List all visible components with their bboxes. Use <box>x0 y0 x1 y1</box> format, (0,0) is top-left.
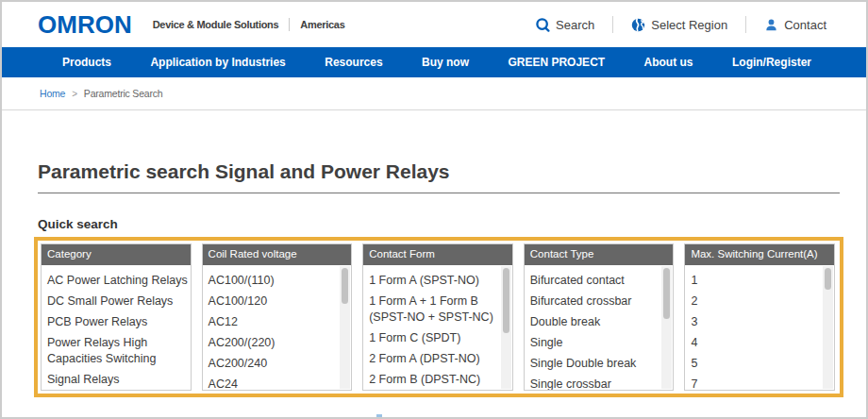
filter-option[interactable]: AC24 <box>209 374 342 390</box>
below-fold-element-peek <box>376 414 382 417</box>
filter-column-header: Max. Switching Current(A) <box>685 244 834 265</box>
scrollbar-thumb[interactable] <box>825 268 831 290</box>
filter-option[interactable]: 1 Form C (SPDT) <box>369 327 502 348</box>
filter-column-header: Category <box>42 244 191 265</box>
nav-item-resources[interactable]: Resources <box>325 56 382 69</box>
top-header: OMRON Device & Module Solutions Americas… <box>2 2 866 47</box>
filter-option[interactable]: Power Relays High Capacities Switching <box>47 332 190 369</box>
filter-option[interactable]: AC100/(110) <box>209 270 342 291</box>
breadcrumb-current: Parametric Search <box>84 88 163 99</box>
globe-icon <box>631 18 645 32</box>
select-region-button[interactable]: Select Region <box>631 18 727 32</box>
filter-option[interactable]: AC100/120 <box>209 291 342 311</box>
filter-option[interactable]: Signal Relays <box>47 369 190 390</box>
page-title: Parametric search Signal and Power Relay… <box>38 160 840 193</box>
main-content: Parametric search Signal and Power Relay… <box>2 160 866 397</box>
filter-option[interactable]: AC Power Latching Relays <box>47 270 190 291</box>
nav-item-buy-now[interactable]: Buy now <box>422 56 469 69</box>
filter-option[interactable]: Double break <box>530 311 663 332</box>
search-icon <box>536 18 550 32</box>
nav-item-products[interactable]: Products <box>62 56 111 69</box>
filter-option[interactable]: DC Small Power Relays <box>47 291 190 311</box>
filter-column-coil-rated-voltage: Coil Rated voltageAC100/(110)AC100/120AC… <box>202 243 353 391</box>
filter-option[interactable]: AC200/240 <box>209 353 342 374</box>
nav-item-about-us[interactable]: About us <box>644 56 693 69</box>
division-divider <box>289 18 290 31</box>
filter-column-max-switching-current-a-: Max. Switching Current(A)123457 <box>684 243 835 391</box>
filter-option[interactable]: 1 Form A (SPST-NO) <box>369 270 502 291</box>
filter-option[interactable]: 1 Form A + 1 Form B (SPST-NO + SPST-NC) <box>369 291 502 327</box>
utility-divider <box>612 16 613 33</box>
region-label: Americas <box>300 19 344 30</box>
filter-column-header: Contact Form <box>363 244 512 265</box>
filter-column-contact-form: Contact Form1 Form A (SPST-NO)1 Form A +… <box>362 243 513 391</box>
filter-option[interactable]: 3 <box>691 311 824 332</box>
filter-options-list: 1 Form A (SPST-NO)1 Form A + 1 Form B (S… <box>363 265 512 390</box>
nav-item-login-register[interactable]: Login/Register <box>732 56 811 69</box>
filter-option[interactable]: 2 <box>691 291 824 311</box>
nav-item-green-project[interactable]: GREEN PROJECT <box>508 56 605 69</box>
scrollbar[interactable] <box>340 266 350 389</box>
scrollbar-thumb[interactable] <box>663 268 670 319</box>
filter-options-list: AC100/(110)AC100/120AC12AC200/(220)AC200… <box>203 265 352 390</box>
nav-item-application-by-industries[interactable]: Application by Industries <box>150 56 285 69</box>
filter-option[interactable]: AC12 <box>209 311 342 332</box>
quick-search-panel: CategoryAC Power Latching RelaysDC Small… <box>34 237 843 397</box>
filter-options-list: 123457 <box>685 265 834 390</box>
filter-options-list: Bifurcated contactBifurcated crossbarDou… <box>525 265 674 390</box>
division-block: Device & Module Solutions Americas <box>153 18 345 31</box>
filter-option[interactable]: 2 Form B (DPST-NC) <box>369 369 502 390</box>
filter-column-category: CategoryAC Power Latching RelaysDC Small… <box>41 243 192 391</box>
filter-option[interactable]: Single Double break <box>530 353 663 374</box>
filter-column-contact-type: Contact TypeBifurcated contactBifurcated… <box>524 243 675 391</box>
filter-option[interactable]: 4 <box>691 332 824 353</box>
select-region-label: Select Region <box>651 18 727 32</box>
filter-column-header: Contact Type <box>525 244 674 265</box>
utility-divider-2 <box>745 16 746 33</box>
scrollbar[interactable] <box>661 266 672 389</box>
filter-option[interactable]: Single crossbar <box>530 374 663 390</box>
quick-search-heading: Quick search <box>38 218 840 231</box>
omron-logo[interactable]: OMRON <box>38 12 132 37</box>
search-button[interactable]: Search <box>536 18 594 32</box>
filter-option[interactable]: 5 <box>691 353 824 374</box>
filter-option[interactable]: 7 <box>691 374 824 390</box>
utility-menu: Search Select Region Contact <box>536 16 826 33</box>
scrollbar-thumb[interactable] <box>503 268 509 333</box>
scrollbar[interactable] <box>823 266 833 389</box>
filter-option[interactable]: 2 Form A (DPST-NO) <box>369 348 502 369</box>
breadcrumb: Home > Parametric Search <box>2 77 866 110</box>
filter-option[interactable]: PCB Power Relays <box>47 311 190 332</box>
filter-option[interactable]: AC200/(220) <box>209 332 342 353</box>
division-label: Device & Module Solutions <box>153 19 279 30</box>
filter-option[interactable]: Bifurcated contact <box>530 270 663 291</box>
contact-person-icon <box>764 18 778 32</box>
contact-label: Contact <box>784 18 826 32</box>
filter-option[interactable]: Single <box>530 332 663 353</box>
filter-options-list: AC Power Latching RelaysDC Small Power R… <box>42 265 191 390</box>
search-label: Search <box>556 18 594 32</box>
breadcrumb-home-link[interactable]: Home <box>40 88 65 99</box>
contact-button[interactable]: Contact <box>764 18 826 32</box>
scrollbar-thumb[interactable] <box>342 268 348 304</box>
main-nav: ProductsApplication by IndustriesResourc… <box>2 47 866 77</box>
filter-column-header: Coil Rated voltage <box>203 244 352 265</box>
scrollbar[interactable] <box>501 266 511 389</box>
breadcrumb-separator: > <box>72 89 77 99</box>
filter-option[interactable]: Bifurcated crossbar <box>530 291 663 311</box>
filter-option[interactable]: 1 <box>691 270 824 291</box>
